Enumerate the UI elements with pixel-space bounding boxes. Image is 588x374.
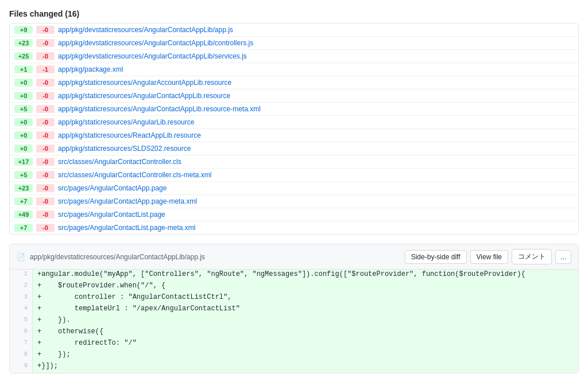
deletions-badge: -0 (36, 105, 55, 113)
side-by-side-diff-button[interactable]: Side-by-side diff (405, 250, 467, 264)
deletions-badge: -0 (36, 39, 55, 47)
deletions-badge: -0 (36, 92, 55, 100)
additions-badge: +7 (14, 197, 33, 205)
file-link[interactable]: app/pkg/devstaticresources/AngularContac… (58, 39, 253, 47)
diff-line-content: +angular.module("myApp", ["Controllers",… (33, 270, 578, 281)
file-icon: 📄 (17, 253, 25, 261)
diff-container: 📄 app/pkg/devstaticresources/AngularCont… (9, 244, 579, 373)
file-row: +1-1app/pkg/package.xml (10, 63, 578, 76)
deletions-badge: -0 (36, 145, 55, 153)
diff-line-number: 6 (10, 327, 33, 338)
diff-line-number: 8 (10, 350, 33, 361)
diff-line-number: 1 (10, 270, 33, 281)
file-link[interactable]: app/pkg/package.xml (58, 65, 123, 73)
file-link[interactable]: app/pkg/staticresources/AngularContactAp… (58, 92, 230, 100)
diff-line-content: +}]); (33, 361, 578, 373)
files-changed-section: Files changed (16) +9-0app/pkg/devstatic… (9, 9, 579, 373)
deletions-badge: -0 (36, 184, 55, 192)
file-link[interactable]: src/classes/AngularContactController.cls (58, 158, 181, 166)
file-link[interactable]: app/pkg/staticresources/ReactAppLib.reso… (58, 131, 201, 139)
additions-badge: +5 (14, 105, 33, 113)
additions-badge: +17 (14, 158, 33, 166)
additions-badge: +0 (14, 118, 33, 126)
diff-line-content: + $routeProvider.when("/", { (33, 281, 578, 293)
file-row: +0-0app/pkg/staticresources/AngularLib.r… (10, 116, 578, 129)
file-row: +5-0src/classes/AngularContactController… (10, 169, 578, 182)
deletions-badge: -0 (36, 26, 55, 34)
diff-line: 4+ templateUrl : "/apex/AngularContactLi… (10, 304, 578, 315)
file-row: +0-0app/pkg/staticresources/AngularConta… (10, 89, 578, 103)
file-link[interactable]: src/pages/AngularContactApp.page-meta.xm… (58, 197, 197, 205)
diff-line: 3+ controller : "AngularContactListCtrl"… (10, 293, 578, 304)
file-row: +7-0src/pages/AngularContactList.page-me… (10, 221, 578, 234)
additions-badge: +23 (14, 184, 33, 192)
file-link[interactable]: src/pages/AngularContactApp.page (58, 184, 167, 192)
file-link[interactable]: src/pages/AngularContactList.page-meta.x… (58, 224, 195, 232)
diff-line: 8+ }); (10, 350, 578, 361)
file-link[interactable]: app/pkg/staticresources/AngularLib.resou… (58, 118, 194, 126)
diff-line-content: + }); (33, 350, 578, 361)
file-link[interactable]: app/pkg/staticresources/SLDS202.resource (58, 145, 191, 153)
file-row: +0-0app/pkg/staticresources/SLDS202.reso… (10, 142, 578, 155)
file-link[interactable]: src/classes/AngularContactController.cls… (58, 171, 211, 179)
diff-line-number: 3 (10, 293, 33, 304)
files-list: +9-0app/pkg/devstaticresources/AngularCo… (9, 23, 579, 235)
additions-badge: +7 (14, 224, 33, 232)
deletions-badge: -0 (36, 158, 55, 166)
deletions-badge: -0 (36, 52, 55, 60)
diff-line-number: 7 (10, 338, 33, 350)
diff-line: 6+ otherwise({ (10, 327, 578, 338)
file-row: +23-0src/pages/AngularContactApp.page (10, 182, 578, 195)
deletions-badge: -0 (36, 171, 55, 179)
file-row: +17-0src/classes/AngularContactControlle… (10, 155, 578, 169)
diff-line: 7+ redirectTo: "/" (10, 338, 578, 350)
diff-line-content: + otherwise({ (33, 327, 578, 338)
diff-line-content: + redirectTo: "/" (33, 338, 578, 350)
file-row: +49-0src/pages/AngularContactList.page (10, 208, 578, 221)
diff-line-content: + }). (33, 315, 578, 327)
diff-line: 2+ $routeProvider.when("/", { (10, 281, 578, 293)
diff-header-actions: Side-by-side diff View file コメント ... (405, 249, 571, 264)
file-link[interactable]: app/pkg/devstaticresources/AngularContac… (58, 52, 247, 60)
deletions-badge: -0 (36, 79, 55, 87)
diff-line-number: 9 (10, 361, 33, 373)
additions-badge: +0 (14, 131, 33, 139)
comment-button[interactable]: コメント (512, 249, 552, 264)
additions-badge: +0 (14, 79, 33, 87)
file-link[interactable]: app/pkg/devstaticresources/AngularContac… (58, 26, 233, 34)
diff-filename: app/pkg/devstaticresources/AngularContac… (30, 253, 205, 261)
additions-badge: +0 (14, 145, 33, 153)
additions-badge: +25 (14, 52, 33, 60)
file-row: +0-0app/pkg/staticresources/ReactAppLib.… (10, 129, 578, 142)
file-row: +25-0app/pkg/devstaticresources/AngularC… (10, 50, 578, 63)
file-link[interactable]: src/pages/AngularContactList.page (58, 211, 165, 219)
diff-line-number: 5 (10, 315, 33, 327)
file-link[interactable]: app/pkg/staticresources/AngularContactAp… (58, 105, 261, 113)
additions-badge: +9 (14, 26, 33, 34)
diff-header: 📄 app/pkg/devstaticresources/AngularCont… (10, 244, 578, 270)
deletions-badge: -0 (36, 197, 55, 205)
deletions-badge: -0 (36, 118, 55, 126)
additions-badge: +0 (14, 92, 33, 100)
deletions-badge: -0 (36, 131, 55, 139)
additions-badge: +23 (14, 39, 33, 47)
deletions-badge: -0 (36, 211, 55, 219)
file-row: +0-0app/pkg/staticresources/AngularAccou… (10, 76, 578, 89)
diff-line-content: + controller : "AngularContactListCtrl", (33, 293, 578, 304)
additions-badge: +49 (14, 211, 33, 219)
deletions-badge: -1 (36, 65, 55, 73)
diff-line-content: + templateUrl : "/apex/AngularContactLis… (33, 304, 578, 315)
diff-line-number: 4 (10, 304, 33, 315)
deletions-badge: -0 (36, 224, 55, 232)
view-file-button[interactable]: View file (470, 250, 508, 264)
additions-badge: +1 (14, 65, 33, 73)
file-row: +23-0app/pkg/devstaticresources/AngularC… (10, 37, 578, 50)
files-changed-header: Files changed (16) (9, 9, 579, 18)
file-link[interactable]: app/pkg/staticresources/AngularAccountAp… (58, 79, 231, 87)
diff-header-left: 📄 app/pkg/devstaticresources/AngularCont… (17, 253, 205, 261)
more-options-button[interactable]: ... (555, 250, 571, 264)
diff-line-number: 2 (10, 281, 33, 293)
file-row: +9-0app/pkg/devstaticresources/AngularCo… (10, 24, 578, 37)
file-row: +7-0src/pages/AngularContactApp.page-met… (10, 195, 578, 208)
diff-line: 9+}]); (10, 361, 578, 373)
